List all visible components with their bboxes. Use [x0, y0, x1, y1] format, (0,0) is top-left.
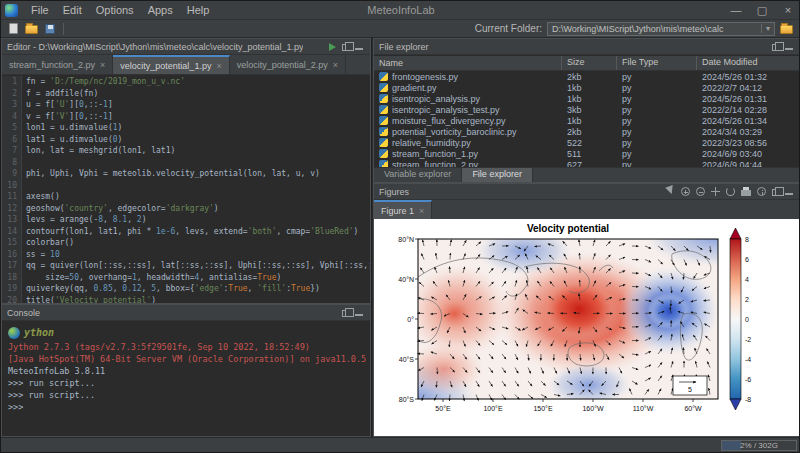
- editor-tab[interactable]: stream_function_2.py×: [2, 55, 113, 74]
- jython-logo-icon: [8, 327, 20, 339]
- minimize-panel-icon[interactable]: [785, 43, 793, 50]
- table-row[interactable]: frontogenesis.py2kbpy2024/5/26 01:32: [374, 71, 800, 82]
- console-banner-line: Jython 2.7.3 (tags/v2.7.3:5f29501fe, Sep…: [8, 341, 364, 353]
- pan-tool-icon[interactable]: [711, 187, 720, 196]
- bottom-tab-file-explorer[interactable]: File explorer: [462, 168, 533, 182]
- code-line[interactable]: 9phi, Uphi, Vphi = meteolib.velocity_pot…: [2, 168, 370, 180]
- new-file-icon[interactable]: [9, 23, 18, 34]
- open-file-icon[interactable]: [25, 25, 38, 34]
- code-line[interactable]: 16ss = 10: [2, 249, 370, 261]
- maximize-button[interactable]: ▢: [749, 1, 775, 20]
- figure-tab[interactable]: Figure 1 ×: [374, 200, 432, 219]
- chevron-down-icon[interactable]: ▾: [761, 24, 774, 33]
- file-date-cell: 2024/3/4 03:29: [697, 127, 800, 137]
- code-line[interactable]: 18 size=50, overhang=1, headwidth=4, ant…: [2, 272, 370, 284]
- current-folder-combobox[interactable]: D:\Working\MIScript\Jython\mis\meteo\cal…: [547, 22, 775, 36]
- menu-edit[interactable]: Edit: [56, 2, 89, 18]
- zoom-out-icon[interactable]: [696, 187, 705, 196]
- figures-panel-header[interactable]: Figures: [374, 184, 800, 200]
- line-number: 9: [2, 168, 22, 180]
- minimize-panel-icon[interactable]: [355, 43, 363, 50]
- file-explorer-header[interactable]: File explorer: [374, 39, 800, 55]
- editor-tab[interactable]: velocity_potential_2.py×: [230, 55, 346, 74]
- code-line[interactable]: 19quiverkey(qq, 0.85, 0.12, 5, bbox={'ed…: [2, 283, 370, 295]
- console-output[interactable]: ython Jython 2.7.3 (tags/v2.7.3:5f29501f…: [2, 322, 370, 436]
- code-line[interactable]: 11axesm(): [2, 191, 370, 203]
- figures-panel-title: Figures: [379, 187, 409, 197]
- minimize-button[interactable]: —: [723, 1, 749, 20]
- table-row[interactable]: stream_function_1.py511py2024/6/9 03:40: [374, 148, 800, 159]
- column-header-name[interactable]: Name: [374, 56, 562, 70]
- file-date-cell: 2024/5/26 01:34: [697, 116, 800, 126]
- close-button[interactable]: ×: [775, 1, 800, 20]
- figure-svg[interactable]: Velocity potential: [374, 219, 800, 439]
- table-row[interactable]: stream_function_2.py627py2024/6/9 04:44: [374, 159, 800, 167]
- tab-close-icon[interactable]: ×: [419, 206, 424, 216]
- code-line[interactable]: 3u = f['U'][0,::-1]: [2, 99, 370, 111]
- menu-help[interactable]: Help: [180, 2, 217, 18]
- code-text: size=50, overhang=1, headwidth=4, antial…: [22, 272, 281, 284]
- editor-panel-header[interactable]: Editor - D:\Working\MIScript\Jython\mis\…: [2, 39, 370, 55]
- float-panel-icon[interactable]: [342, 310, 349, 317]
- column-header-size[interactable]: Size: [562, 56, 617, 70]
- code-line[interactable]: 8: [2, 157, 370, 169]
- select-tool-icon[interactable]: [665, 184, 677, 198]
- file-explorer-panel: File explorer Name Size File Type Date M…: [373, 38, 800, 183]
- code-line[interactable]: 2f = addfile(fn): [2, 88, 370, 100]
- x-tick-label: 150°E: [533, 405, 552, 412]
- column-header-filetype[interactable]: File Type: [617, 56, 697, 70]
- line-number: 20: [2, 295, 22, 304]
- code-line[interactable]: 7lon, lat = meshgrid(lon1, lat1): [2, 145, 370, 157]
- code-line[interactable]: 14contourf(lon1, lat1, phi * 1e-6, levs,…: [2, 226, 370, 238]
- column-header-date[interactable]: Date Modified: [697, 56, 800, 70]
- file-name-cell: moisture_flux_divergency.py: [374, 116, 562, 126]
- minimize-panel-icon[interactable]: [355, 309, 363, 316]
- browse-folder-icon[interactable]: [780, 25, 793, 34]
- save-icon[interactable]: [45, 24, 55, 34]
- code-line[interactable]: 15colorbar(): [2, 237, 370, 249]
- table-row[interactable]: potential_vorticity_baroclinic.py2kbpy20…: [374, 126, 800, 137]
- line-number: 13: [2, 214, 22, 226]
- menu-bar: FileEditOptionsAppsHelp MeteoInfoLab — ▢…: [1, 1, 800, 20]
- figure-canvas[interactable]: Velocity potential: [374, 219, 800, 436]
- table-row[interactable]: relative_humidity.py522py2022/3/23 08:56: [374, 137, 800, 148]
- tab-close-icon[interactable]: ×: [100, 60, 105, 70]
- table-row[interactable]: isentropic_analysis.py1kbpy2024/5/26 01:…: [374, 93, 800, 104]
- editor-tab[interactable]: velocity_potential_1.py×: [113, 55, 229, 74]
- table-row[interactable]: gradient.py1kbpy2022/2/7 04:12: [374, 82, 800, 93]
- memory-indicator[interactable]: 2% / 302G: [721, 440, 797, 451]
- colorbar-tick-label: 8: [745, 236, 749, 243]
- code-editor[interactable]: 1fn = 'D:/Temp/nc/2019_mon_u_v.nc'2f = a…: [2, 76, 370, 303]
- run-script-icon[interactable]: [329, 43, 336, 51]
- tab-close-icon[interactable]: ×: [333, 60, 338, 70]
- menu-file[interactable]: File: [24, 2, 56, 18]
- float-panel-icon[interactable]: [772, 189, 779, 196]
- code-line[interactable]: 6lat1 = u.dimvalue(0): [2, 134, 370, 146]
- python-file-icon: [379, 83, 388, 92]
- code-line[interactable]: 17qq = quiver(lon[::ss,::ss], lat[::ss,:…: [2, 260, 370, 272]
- code-line[interactable]: 10: [2, 180, 370, 192]
- code-line[interactable]: 4v = f['V'][0,::-1]: [2, 111, 370, 123]
- float-panel-icon[interactable]: [772, 44, 779, 51]
- rotate-tool-icon[interactable]: [726, 187, 735, 196]
- print-icon[interactable]: [741, 190, 751, 196]
- code-text: f = addfile(fn): [22, 88, 98, 100]
- float-panel-icon[interactable]: [342, 44, 349, 51]
- menu-apps[interactable]: Apps: [141, 2, 180, 18]
- x-tick-label: 110°W: [633, 405, 654, 412]
- code-line[interactable]: 12geoshow('country', edgecolor='darkgray…: [2, 203, 370, 215]
- table-row[interactable]: moisture_flux_divergency.py1kbpy2024/5/2…: [374, 115, 800, 126]
- x-tick-label: 50°E: [435, 405, 451, 412]
- tab-close-icon[interactable]: ×: [216, 61, 221, 71]
- console-panel-header[interactable]: Console: [2, 305, 370, 321]
- code-line[interactable]: 1fn = 'D:/Temp/nc/2019_mon_u_v.nc': [2, 76, 370, 88]
- info-icon[interactable]: [757, 187, 766, 196]
- table-row[interactable]: isentropic_analysis_test.py3kbpy2022/2/1…: [374, 104, 800, 115]
- code-line[interactable]: 13levs = arange(-8, 8.1, 2): [2, 214, 370, 226]
- minimize-panel-icon[interactable]: [785, 188, 793, 195]
- code-line[interactable]: 20title('Velocity potential'): [2, 295, 370, 304]
- zoom-in-icon[interactable]: [681, 187, 690, 196]
- menu-options[interactable]: Options: [89, 2, 141, 18]
- bottom-tab-variable-explorer[interactable]: Variable explorer: [374, 168, 462, 182]
- code-line[interactable]: 5lon1 = u.dimvalue(1): [2, 122, 370, 134]
